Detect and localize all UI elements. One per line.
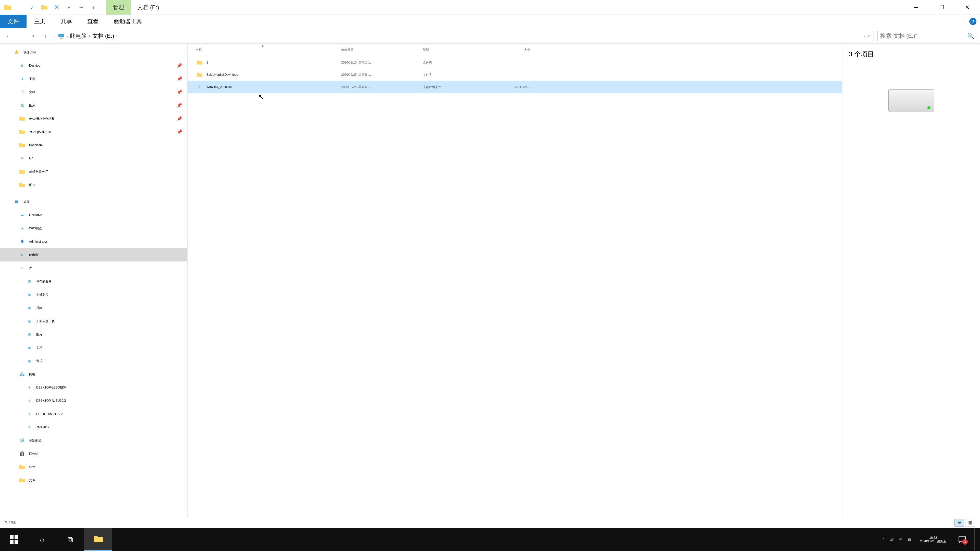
dropdown-icon[interactable]: ▾ (64, 2, 74, 13)
ribbon-tab-home[interactable]: 主页 (27, 15, 53, 28)
svg-rect-27 (14, 540, 18, 544)
ime-indicator[interactable]: 中 (899, 537, 902, 542)
qat-menu-icon[interactable]: ▾ (88, 2, 99, 13)
minimize-button[interactable]: ─ (904, 0, 929, 15)
tree-item[interactable]: 🖥ZMT2019 (0, 421, 187, 434)
tree-item[interactable]: ☁WPS网盘 (0, 222, 187, 235)
recycle-bin-item[interactable]: 🗑 回收站 (0, 447, 187, 460)
tree-item[interactable]: YUNQISHI2019📌 (0, 125, 187, 138)
tree-item[interactable]: ▣视频 (0, 301, 187, 314)
col-header-type[interactable]: 类型 (423, 48, 492, 52)
redo-icon[interactable]: ↪ (76, 2, 86, 13)
ribbon-tab-view[interactable]: 查看 (80, 15, 106, 28)
ribbon-tab-drive-tools[interactable]: 驱动器工具 (106, 15, 150, 28)
ribbon-tab-share[interactable]: 共享 (53, 15, 80, 28)
recent-dropdown-icon[interactable]: ▾ (27, 30, 39, 41)
tree-item[interactable]: ▣文档 (0, 341, 187, 354)
quick-access-root[interactable]: ★ 快速访问 (0, 46, 187, 59)
ribbon-expand-icon[interactable]: ⌄ (963, 20, 965, 23)
main-area: ▴ 名称 修改日期 类型 大小 12020/12/15, 星期二 1...文件夹… (188, 44, 980, 517)
crumb-drive-e[interactable]: 文档 (E:) (91, 32, 116, 40)
tree-item[interactable]: 📄文档📌 (0, 86, 187, 99)
tree-item[interactable]: ⛃G:\ (0, 152, 187, 165)
search-input[interactable] (880, 33, 967, 39)
tree-item[interactable]: 🗂库 (0, 262, 187, 275)
tree-item[interactable]: Bandicam (0, 138, 187, 152)
tree-item[interactable]: excel表格制作求和📌 (0, 112, 187, 125)
new-folder-icon[interactable] (39, 2, 49, 13)
crumb-pc-icon[interactable] (56, 33, 66, 39)
drive-icon (888, 89, 934, 112)
chevron-right-icon[interactable]: › (88, 34, 91, 38)
volume-icon[interactable]: 🔊 (890, 538, 894, 541)
tree-item[interactable]: 🖼图片📌 (0, 99, 187, 112)
library-icon: ▣ (25, 344, 33, 351)
checkbox-icon[interactable]: ✓ (27, 2, 37, 13)
chevron-right-icon[interactable]: › (66, 34, 68, 38)
svg-rect-9 (19, 130, 22, 131)
tree-item[interactable]: ▣本机照片 (0, 288, 187, 301)
tree-item[interactable]: 👤Administrator (0, 235, 187, 248)
col-header-size[interactable]: 大小 (492, 48, 530, 52)
maximize-button[interactable]: ☐ (929, 0, 955, 15)
folder-icon (18, 141, 26, 149)
tray-app-icon[interactable]: ▧ (908, 538, 911, 541)
crumb-thispc[interactable]: 此电脑 (68, 32, 88, 40)
address-dropdown-icon[interactable]: ⌄ (863, 34, 866, 38)
action-center-icon[interactable]: 3 (956, 533, 969, 546)
tree-item[interactable]: ⬇下载📌 (0, 72, 187, 86)
tree-item[interactable]: 🖥此电脑 (0, 248, 187, 262)
tree-item[interactable]: 🖥DESKTOP-NJEU3CG (0, 394, 187, 407)
software-folder[interactable]: 软件 (0, 460, 187, 474)
folder-icon (18, 115, 26, 122)
tree-item[interactable]: 🖥DESKTOP-LSSOEDP (0, 381, 187, 394)
details-view-toggle[interactable]: ☰ (955, 519, 964, 527)
file-row[interactable]: BaiduNetdiskDownload2020/12/25, 星期五 1...… (188, 68, 842, 81)
col-header-name[interactable]: 名称 (196, 48, 341, 52)
tree-item[interactable]: 🖥Desktop📌 (0, 59, 187, 72)
ribbon-file-tab[interactable]: 文件 (0, 15, 27, 28)
tree-item[interactable]: ▣图片 (0, 328, 187, 341)
explorer-taskbar-button[interactable] (84, 528, 112, 551)
search-box[interactable]: 🔍 (877, 31, 977, 41)
tree-item[interactable]: ▣音乐 (0, 354, 187, 368)
thumbnails-view-toggle[interactable]: ▦ (965, 519, 975, 527)
desktop-root[interactable]: ■ 桌面 (0, 195, 187, 208)
up-button[interactable]: ↑ (40, 30, 51, 41)
tree-item[interactable]: ☁OneDrive (0, 208, 187, 222)
show-desktop-button[interactable] (974, 528, 978, 551)
contextual-tab[interactable]: 管理 (106, 0, 130, 14)
library-icon: ▣ (25, 304, 33, 312)
task-view-button[interactable]: ⧉ (56, 528, 84, 551)
documents-folder[interactable]: 文件 (0, 474, 187, 487)
network-root[interactable]: 🖧 网络 (0, 368, 187, 381)
tray-chevron-icon[interactable]: ˄ (883, 538, 884, 541)
tree-item-label: DESKTOP-LSSOEDP (36, 386, 66, 389)
folder-icon (18, 181, 26, 189)
tree-item[interactable]: ▣保存的图片 (0, 275, 187, 288)
app-icon (3, 2, 13, 13)
chevron-right-icon[interactable]: › (116, 34, 118, 38)
forward-button[interactable]: → (15, 30, 27, 41)
close-button[interactable]: ✕ (955, 0, 980, 15)
help-icon[interactable]: ? (969, 18, 977, 25)
control-panel-item[interactable]: ⚙ 控制面板 (0, 434, 187, 447)
search-icon[interactable]: 🔍 (967, 33, 974, 39)
tree-item[interactable]: ▣天翼云盘下载 (0, 314, 187, 328)
file-row[interactable]: 12020/12/15, 星期二 1...文件夹 (188, 56, 842, 68)
start-button[interactable] (0, 528, 28, 551)
tree-item[interactable]: 🖥PC-20190530OBLA (0, 407, 187, 421)
close-x-icon[interactable]: ✕ (52, 2, 62, 13)
clock[interactable]: 16:32 2020/12/25, 星期五 (916, 536, 950, 543)
file-row[interactable]: 💿Win7x64_2020.iso2020/12/25, 星期五 1...光盘映… (188, 81, 842, 93)
thispc-icon: 🖥 (18, 251, 26, 259)
back-button[interactable]: ← (3, 30, 14, 41)
search-button[interactable]: ⌕ (28, 528, 56, 551)
address-bar[interactable]: › 此电脑 › 文档 (E:) › ⌄ ⟳ (54, 31, 874, 41)
network-icon: 🖧 (18, 370, 26, 378)
tree-item[interactable]: 图片 (0, 178, 187, 192)
tree-item-label: 视频 (36, 306, 42, 310)
tree-item[interactable]: win7重装win7 (0, 165, 187, 178)
col-header-date[interactable]: 修改日期 (341, 48, 423, 52)
refresh-icon[interactable]: ⟳ (867, 34, 870, 38)
